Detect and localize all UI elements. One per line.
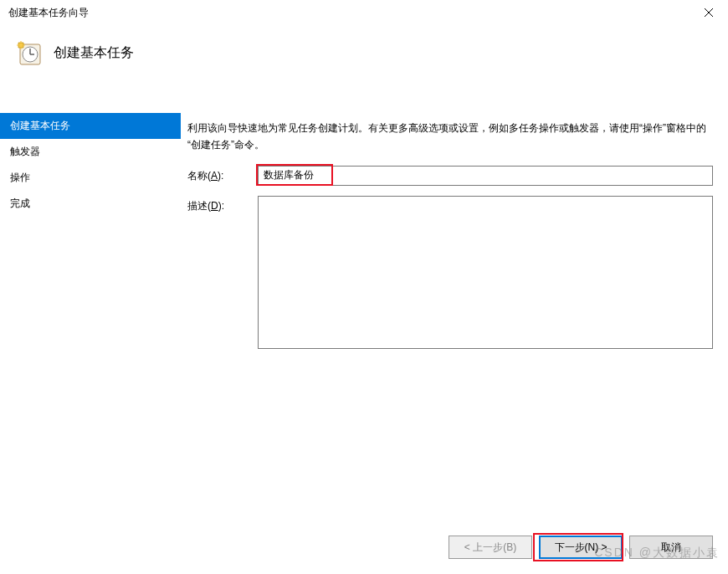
- name-label: 名称(A):: [187, 166, 258, 186]
- page-title: 创建基本任务: [54, 44, 134, 62]
- name-label-prefix: 名称(: [187, 170, 211, 182]
- nav-step-finish[interactable]: 完成: [0, 191, 181, 217]
- step-nav: 创建基本任务 触发器 操作 完成: [0, 113, 181, 510]
- desc-row: 描述(D):: [187, 196, 713, 349]
- name-label-suffix: ):: [218, 170, 223, 182]
- cancel-button[interactable]: 取消: [629, 536, 713, 559]
- task-scheduler-icon: [17, 41, 42, 66]
- content: 创建基本任务 触发器 操作 完成 利用该向导快速地为常见任务创建计划。有关更多高…: [0, 113, 728, 510]
- titlebar: 创建基本任务向导: [0, 0, 728, 25]
- desc-label-key: D: [211, 200, 218, 212]
- desc-label-suffix: ):: [218, 200, 224, 212]
- button-row: < 上一步(B) 下一步(N) > 取消: [449, 536, 713, 559]
- nav-step-action[interactable]: 操作: [0, 165, 181, 191]
- close-button[interactable]: [690, 0, 728, 25]
- name-input[interactable]: [258, 166, 713, 186]
- back-button: < 上一步(B): [449, 536, 532, 559]
- desc-label: 描述(D):: [187, 196, 258, 349]
- header: 创建基本任务: [0, 25, 728, 113]
- nav-step-trigger[interactable]: 触发器: [0, 139, 181, 165]
- form-pane: 利用该向导快速地为常见任务创建计划。有关更多高级选项或设置，例如多任务操作或触发…: [181, 113, 728, 510]
- desc-label-prefix: 描述(: [187, 200, 211, 212]
- nav-step-create[interactable]: 创建基本任务: [0, 113, 181, 139]
- intro-text: 利用该向导快速地为常见任务创建计划。有关更多高级选项或设置，例如多任务操作或触发…: [187, 120, 713, 154]
- close-icon: [705, 8, 713, 17]
- name-label-key: A: [211, 170, 218, 182]
- window-title: 创建基本任务向导: [8, 6, 690, 20]
- next-button[interactable]: 下一步(N) >: [539, 536, 623, 559]
- desc-textarea[interactable]: [258, 196, 713, 349]
- name-row: 名称(A):: [187, 166, 713, 186]
